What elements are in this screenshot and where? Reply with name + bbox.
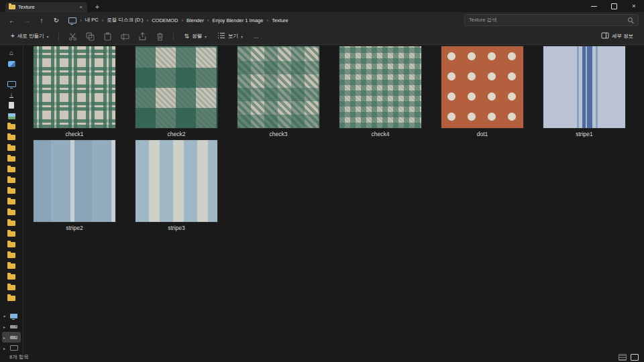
search-icon — [628, 17, 634, 23]
breadcrumb-item-my-pc[interactable]: 내 PC — [83, 15, 101, 25]
forward-button[interactable]: → — [20, 14, 34, 26]
sidebar-folder-item[interactable] — [0, 196, 23, 207]
file-item-stripe3[interactable]: stripe3 — [136, 140, 217, 231]
sidebar-tree-this-pc[interactable]: ▾ — [0, 310, 23, 321]
sidebar-tree-network[interactable]: ▸ — [0, 343, 23, 353]
file-item-check3[interactable]: check3 — [237, 46, 319, 137]
view-button[interactable]: 보기 ▾ — [213, 29, 247, 43]
sidebar-tree-drive-d-selected[interactable]: ▸ — [2, 332, 21, 343]
file-thumbnail[interactable] — [136, 140, 217, 222]
minimize-button[interactable] — [584, 0, 604, 12]
share-button[interactable] — [135, 30, 150, 42]
sidebar-item-desktop[interactable] — [0, 78, 23, 89]
breadcrumb-separator: › — [101, 17, 105, 23]
sidebar-item-gallery[interactable] — [0, 58, 23, 69]
explorer-tab[interactable]: Texture × — [5, 2, 87, 12]
sidebar-folder-item[interactable] — [0, 282, 23, 293]
file-item-check4[interactable]: check4 — [339, 46, 421, 137]
sidebar-folder-item[interactable] — [0, 293, 23, 304]
file-thumbnail[interactable] — [136, 46, 217, 128]
folder-icon — [7, 145, 15, 151]
file-explorer-window: Texture × + × ← → ↑ ↻ › 내 PC › 로컬 디스크 (D… — [0, 0, 644, 362]
file-item-check1[interactable]: check1 — [34, 46, 115, 137]
up-button[interactable]: ↑ — [35, 14, 48, 26]
sidebar-folder-item[interactable] — [0, 218, 23, 229]
rename-button[interactable] — [117, 30, 132, 42]
share-icon — [138, 32, 147, 41]
paste-button[interactable] — [100, 30, 115, 42]
file-thumbnail[interactable] — [339, 46, 421, 128]
sidebar-folder-item[interactable] — [0, 164, 23, 175]
breadcrumb-item-blender[interactable]: Blender — [184, 16, 206, 25]
breadcrumb-item-enjoy-blender[interactable]: Enjoy Blender 1 Image — [211, 16, 266, 25]
sidebar-folder-item[interactable] — [0, 132, 23, 143]
file-item-check2[interactable]: check2 — [136, 46, 217, 137]
file-thumbnail[interactable] — [441, 46, 523, 128]
chevron-down-icon[interactable]: ▾ — [3, 314, 8, 318]
maximize-button[interactable] — [604, 0, 624, 12]
sidebar-folder-item[interactable] — [0, 143, 23, 154]
sidebar-folder-item[interactable] — [0, 250, 23, 261]
sidebar-item-pictures[interactable] — [0, 111, 23, 121]
sidebar-folder-item[interactable] — [0, 272, 23, 282]
chevron-down-icon: ▾ — [46, 34, 48, 39]
chevron-right-icon[interactable]: ▸ — [3, 346, 8, 351]
sidebar-folder-item[interactable] — [0, 121, 23, 132]
gallery-icon — [8, 61, 15, 67]
sidebar-folder-item[interactable] — [0, 175, 23, 186]
toolbar-divider — [173, 32, 174, 41]
folder-icon — [9, 5, 15, 9]
thumbnail-view-toggle-icon[interactable] — [631, 354, 639, 361]
file-thumbnail[interactable] — [237, 46, 319, 128]
chevron-right-icon[interactable]: ▸ — [3, 324, 8, 329]
breadcrumb-item-codemod[interactable]: CODEMOD — [150, 16, 180, 25]
file-name: stripe1 — [543, 131, 625, 137]
search-box[interactable]: Texture 검색 — [464, 14, 639, 26]
new-tab-button[interactable]: + — [95, 3, 99, 11]
folder-icon — [7, 178, 15, 183]
document-icon — [9, 102, 14, 109]
new-button[interactable]: + 새로 만들기 ▾ — [7, 31, 52, 42]
file-thumbnail[interactable] — [34, 140, 115, 222]
breadcrumb-separator: › — [146, 17, 150, 23]
file-thumbnail[interactable] — [543, 46, 625, 128]
sidebar-folder-item[interactable] — [0, 186, 23, 196]
delete-button[interactable] — [152, 30, 167, 42]
pictures-icon — [8, 113, 15, 119]
chevron-down-icon: ▾ — [205, 34, 207, 39]
sidebar-folder-item[interactable] — [0, 261, 23, 272]
back-button[interactable]: ← — [5, 14, 19, 26]
file-thumbnail[interactable] — [34, 46, 115, 128]
file-grid: check1 check2 check3 check4 dot1 — [34, 46, 644, 234]
tab-close-icon[interactable]: × — [78, 4, 84, 10]
sidebar-item-home[interactable]: ⌂ — [0, 48, 23, 58]
refresh-button[interactable]: ↻ — [50, 14, 63, 26]
breadcrumb-item-texture[interactable]: Texture — [270, 16, 290, 25]
sidebar-tree-drive-c[interactable]: ▸ — [0, 321, 23, 332]
more-button[interactable]: … — [250, 32, 263, 42]
details-button-label: 세부 정보 — [612, 33, 633, 40]
copy-icon — [86, 32, 95, 41]
file-name: check1 — [34, 131, 115, 137]
sidebar-item-downloads[interactable]: ↓ — [0, 89, 23, 100]
details-button[interactable]: 세부 정보 — [597, 29, 637, 43]
file-item-stripe1[interactable]: stripe1 — [543, 46, 625, 137]
file-item-stripe2[interactable]: stripe2 — [34, 140, 115, 231]
item-count: 8개 항목 — [9, 354, 29, 361]
command-toolbar: + 새로 만들기 ▾ ⇅ 정렬 ▾ — [0, 28, 644, 45]
sidebar-item-documents[interactable] — [0, 100, 23, 111]
sidebar-folder-item[interactable] — [0, 154, 23, 164]
breadcrumb-item-local-disk-d[interactable]: 로컬 디스크 (D:) — [105, 15, 145, 25]
details-view-toggle-icon[interactable] — [619, 354, 627, 361]
close-button[interactable]: × — [624, 0, 644, 12]
chevron-right-icon[interactable]: ▸ — [3, 335, 8, 340]
sidebar-folder-item[interactable] — [0, 229, 23, 239]
folder-icon — [7, 285, 15, 290]
copy-button[interactable] — [83, 30, 97, 42]
cut-button[interactable] — [65, 30, 80, 42]
file-item-dot1[interactable]: dot1 — [441, 46, 523, 137]
address-bar: ← → ↑ ↻ › 내 PC › 로컬 디스크 (D:) › CODEMOD ›… — [0, 12, 644, 28]
sidebar-folder-item[interactable] — [0, 207, 23, 218]
sort-button[interactable]: ⇅ 정렬 ▾ — [180, 31, 211, 42]
sidebar-folder-item[interactable] — [0, 239, 23, 250]
